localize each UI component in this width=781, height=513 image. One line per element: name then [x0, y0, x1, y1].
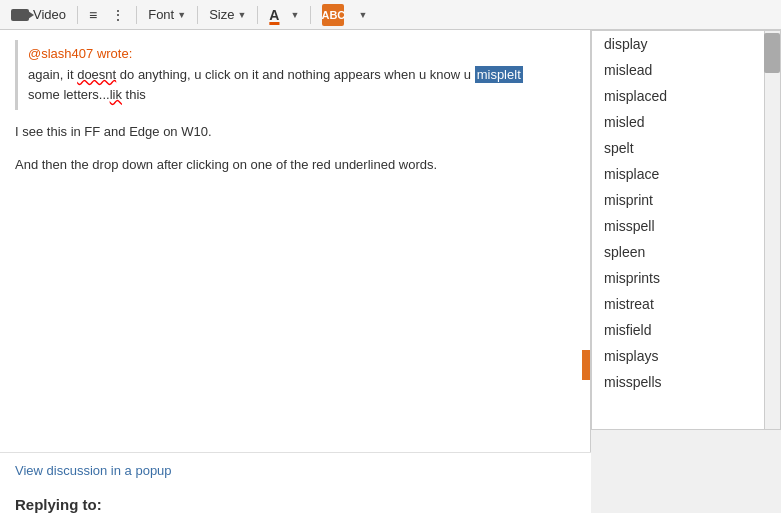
editor-panel[interactable]: @slash407 wrote: again, it doesnt do any… [0, 30, 591, 513]
suggestions-list[interactable]: displaymisleadmisplacedmisledspeltmispla… [592, 31, 780, 429]
video-icon [11, 9, 29, 21]
separator-4 [257, 6, 258, 24]
video-label: Video [33, 7, 66, 22]
font-caret-icon: ▼ [177, 10, 186, 20]
scroll-indicator [582, 350, 590, 380]
unordered-list-icon: ⋮ [111, 7, 125, 23]
paragraph-2: And then the drop down after clicking on… [15, 155, 575, 176]
suggestion-item[interactable]: misspell [592, 213, 780, 239]
quote-block: @slash407 wrote: again, it doesnt do any… [15, 40, 575, 110]
suggestion-item[interactable]: misspells [592, 369, 780, 395]
paragraph-1: I see this in FF and Edge on W10. [15, 122, 575, 143]
replying-to-label: Replying to: [0, 488, 591, 513]
suggestion-item[interactable]: spleen [592, 239, 780, 265]
font-color-icon: A [269, 7, 279, 23]
separator-5 [310, 6, 311, 24]
suggestion-item[interactable]: misplays [592, 343, 780, 369]
font-label: Font [148, 7, 174, 22]
font-color-dropdown[interactable]: ▼ [285, 8, 304, 22]
suggestion-item[interactable]: misfield [592, 317, 780, 343]
separator-3 [197, 6, 198, 24]
suggestion-item[interactable]: misled [592, 109, 780, 135]
replying-to-text: Replying to: [15, 496, 102, 513]
scrollbar-track[interactable] [764, 31, 780, 430]
spellcheck-icon: ABC [322, 4, 344, 26]
size-caret-icon: ▼ [237, 10, 246, 20]
quote-author-suffix: wrote: [97, 46, 132, 61]
quote-author-name: @slash407 [28, 46, 93, 61]
suggestion-item[interactable]: mislead [592, 57, 780, 83]
quote-line2-before: some letters... [28, 87, 110, 102]
main-area: @slash407 wrote: again, it doesnt do any… [0, 30, 781, 513]
quote-line1-before: again, it [28, 67, 77, 82]
scrollbar-thumb[interactable] [764, 33, 780, 73]
font-button[interactable]: Font ▼ [143, 5, 191, 24]
font-color-button[interactable]: A [264, 5, 284, 25]
quote-spell2: lik [110, 87, 122, 102]
quote-text-line2: some letters...lik this [28, 85, 565, 105]
paragraph-1-text: I see this in FF and Edge on W10. [15, 124, 212, 139]
ordered-list-button[interactable]: ≡ [84, 5, 102, 25]
spellcheck-dropdown[interactable]: ▼ [353, 8, 372, 22]
size-button[interactable]: Size ▼ [204, 5, 251, 24]
suggestions-panel: displaymisleadmisplacedmisledspeltmispla… [591, 30, 781, 430]
quote-highlighted-word[interactable]: misplelt [475, 66, 523, 83]
suggestion-item[interactable]: misprints [592, 265, 780, 291]
font-color-group: A ▼ [264, 5, 304, 25]
paragraph-2-text: And then the drop down after clicking on… [15, 157, 437, 172]
separator-2 [136, 6, 137, 24]
font-color-caret-icon: ▼ [290, 10, 299, 20]
view-popup-link[interactable]: View discussion in a popup [0, 453, 591, 488]
spellcheck-caret-icon: ▼ [358, 10, 367, 20]
spellcheck-button[interactable]: ABC [317, 2, 349, 28]
bottom-area: View discussion in a popup Replying to: [0, 452, 591, 513]
suggestion-item[interactable]: misplaced [592, 83, 780, 109]
view-popup-text: View discussion in a popup [15, 463, 172, 478]
ordered-list-icon: ≡ [89, 7, 97, 23]
quote-spell1: doesnt [77, 67, 116, 82]
suggestion-item[interactable]: display [592, 31, 780, 57]
quote-text-line1: again, it doesnt do anything, u click on… [28, 65, 565, 85]
suggestion-item[interactable]: misplace [592, 161, 780, 187]
quote-line2-after: this [122, 87, 146, 102]
quote-author: @slash407 wrote: [28, 46, 565, 61]
toolbar: Video ≡ ⋮ Font ▼ Size ▼ A ▼ ABC ▼ [0, 0, 781, 30]
suggestion-item[interactable]: misprint [592, 187, 780, 213]
suggestion-item[interactable]: spelt [592, 135, 780, 161]
spellcheck-label: ABC [321, 9, 345, 21]
suggestion-item[interactable]: mistreat [592, 291, 780, 317]
separator-1 [77, 6, 78, 24]
unordered-list-button[interactable]: ⋮ [106, 5, 130, 25]
quote-line1-middle: do anything, u click on it and nothing a… [116, 67, 474, 82]
video-button[interactable]: Video [6, 5, 71, 24]
size-label: Size [209, 7, 234, 22]
